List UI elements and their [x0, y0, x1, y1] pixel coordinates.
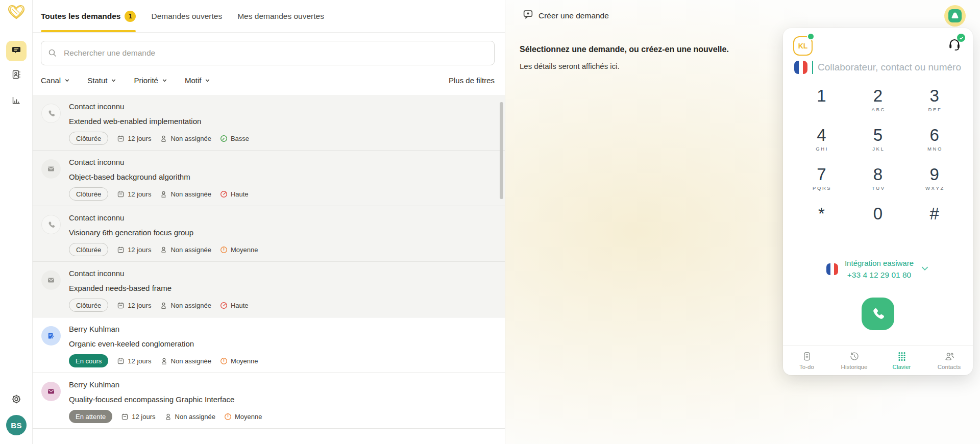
dial-key[interactable]: 4 GHI: [815, 122, 828, 162]
filter-dropdown[interactable]: Canal: [41, 76, 70, 85]
dialer-tab-label: Contacts: [938, 364, 961, 370]
ticket-row[interactable]: Contact inconnu Visionary 6th generation…: [33, 206, 505, 262]
ticket-contact: Contact inconnu: [69, 269, 497, 277]
list-scrollbar-thumb[interactable]: [500, 102, 503, 199]
tab-label: Toutes les demandes: [41, 12, 120, 21]
priority-label: Moyenne: [231, 357, 258, 365]
settings-gear-icon[interactable]: [9, 392, 23, 406]
chevron-down-icon: [64, 76, 70, 85]
dial-key[interactable]: *: [818, 201, 825, 240]
dialer-search-row: [794, 61, 962, 74]
ticket-contact: Berry Kuhlman: [69, 381, 497, 388]
dial-key-letters: WXYZ: [924, 185, 944, 191]
ticket-row[interactable]: Berry Kuhlman Organic even-keeled conglo…: [33, 317, 505, 373]
dial-key-letters: ABC: [870, 107, 886, 112]
ticket-age: 12 jours: [121, 413, 155, 421]
channel-avatar: [41, 159, 61, 179]
ticket-row[interactable]: Contact inconnu Object-based background …: [33, 151, 505, 206]
ticket-row[interactable]: Berry Kuhlman Quality-focused encompassi…: [33, 373, 505, 429]
dial-key[interactable]: 7 PQRS: [811, 162, 831, 201]
sidebar-item-contacts[interactable]: [6, 65, 27, 86]
priority-gauge-icon: [220, 190, 228, 198]
ticket-content: Contact inconnu Expanded needs-based fra…: [69, 269, 497, 317]
ticket-age: 12 jours: [117, 135, 151, 142]
ticket-row[interactable]: Contact inconnu Extended web-enabled imp…: [33, 95, 505, 151]
connected-check-badge: [957, 34, 965, 42]
ticket-row[interactable]: Contact inconnu Expanded needs-based fra…: [33, 262, 505, 317]
phone-handset-icon: [870, 306, 886, 322]
dialer-tab[interactable]: Clavier: [878, 346, 925, 375]
requests-tab[interactable]: Toutes les demandes 1: [41, 0, 136, 32]
aircall-logo-icon: [948, 9, 962, 22]
status-badge: En attente: [69, 410, 112, 423]
dial-key[interactable]: 0: [873, 201, 883, 240]
ticket-contact: Contact inconnu: [69, 214, 497, 221]
contacts-people-icon: [944, 351, 955, 362]
assignee-person-icon: [160, 246, 167, 254]
more-filters-link[interactable]: Plus de filtres: [449, 76, 495, 85]
dial-key[interactable]: 3 DEF: [927, 83, 942, 122]
dial-key[interactable]: 6 MNO: [926, 122, 943, 162]
dialer-tab[interactable]: Contacts: [925, 346, 973, 375]
dialer-search-input[interactable]: [818, 62, 962, 73]
assignee-person-icon: [160, 190, 167, 198]
ticket-content: Berry Kuhlman Organic even-keeled conglo…: [69, 325, 497, 373]
dial-key[interactable]: 1: [817, 83, 826, 122]
search-input[interactable]: [41, 41, 495, 65]
ticket-priority: Haute: [220, 302, 249, 309]
filter-dropdown[interactable]: Priorité: [134, 76, 167, 85]
icon-sidebar: BS: [0, 0, 33, 444]
priority-gauge-icon: [220, 357, 228, 365]
bubble-plus-icon: [523, 9, 533, 22]
age-label: 12 jours: [128, 246, 151, 254]
sidebar-item-conversations[interactable]: [6, 41, 27, 61]
dialer-tab-label: Clavier: [893, 364, 911, 370]
dial-key[interactable]: 9 WXYZ: [924, 162, 944, 201]
phone-channel-icon: [47, 220, 56, 229]
requests-tab[interactable]: Demandes ouvertes: [151, 0, 222, 32]
dial-key[interactable]: 8 TUV: [870, 162, 885, 201]
dial-key[interactable]: 5 JKL: [871, 122, 885, 162]
dial-key-digit: 7: [817, 165, 826, 184]
requests-tab[interactable]: Mes demandes ouvertes: [237, 0, 324, 32]
dial-key[interactable]: #: [929, 201, 939, 240]
headset-icon[interactable]: [947, 37, 963, 52]
call-button[interactable]: [862, 298, 894, 330]
assignee-label: Non assignée: [175, 413, 216, 421]
assignee-label: Non assignée: [170, 135, 211, 142]
ticket-contact: Contact inconnu: [69, 158, 497, 166]
ticket-priority: Haute: [220, 190, 249, 198]
filter-dropdown[interactable]: Motif: [185, 76, 211, 85]
channel-avatar: [41, 382, 61, 401]
calendar-icon: [117, 357, 125, 365]
age-label: 12 jours: [128, 135, 151, 142]
dialer-tab[interactable]: Historique: [830, 346, 878, 375]
dial-key[interactable]: 2 ABC: [870, 83, 886, 122]
dialer-tab[interactable]: To-do: [783, 346, 830, 375]
calendar-icon: [117, 302, 125, 309]
dial-key-digit: 6: [929, 126, 939, 145]
dial-key-digit: 0: [873, 204, 883, 224]
filter-dropdown[interactable]: Statut: [87, 76, 116, 85]
account-avatar[interactable]: [944, 5, 966, 27]
status-badge: Clôturée: [69, 187, 108, 201]
workspace-initials: KL: [798, 42, 808, 50]
tab-label: Demandes ouvertes: [151, 12, 222, 21]
priority-gauge-icon: [220, 135, 228, 142]
outbound-line-texts: Intégration easiware +33 4 12 29 01 80: [845, 259, 914, 280]
empty-state-subtitle: Les détails seront affichés ici.: [520, 62, 620, 70]
ticket-assignee: Non assignée: [160, 190, 211, 198]
outbound-line-selector[interactable]: Intégration easiware +33 4 12 29 01 80: [783, 259, 973, 280]
history-clock-icon: [849, 351, 860, 362]
create-request-button[interactable]: Créer une demande: [523, 9, 609, 22]
user-avatar[interactable]: BS: [6, 415, 27, 435]
sidebar-item-statistics[interactable]: [6, 91, 27, 111]
priority-gauge-icon: [220, 302, 228, 309]
ticket-content: Berry Kuhlman Quality-focused encompassi…: [69, 381, 497, 428]
assignee-label: Non assignée: [170, 302, 211, 309]
status-badge: Clôturée: [69, 243, 108, 256]
availability-dot: [807, 33, 815, 40]
phone-dialer-widget: KL 1 2 ABC: [783, 28, 973, 375]
ticket-content: Contact inconnu Object-based background …: [69, 158, 497, 206]
priority-label: Basse: [231, 135, 249, 142]
